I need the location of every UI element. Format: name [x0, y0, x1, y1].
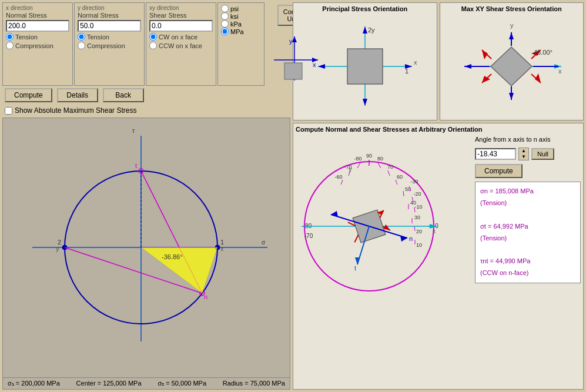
svg-text:30: 30 — [414, 215, 420, 220]
y-stress-label: Normal Stress — [78, 12, 141, 19]
svg-text:x: x — [414, 59, 417, 66]
xy-ccw-radio[interactable]: CCW on x face — [149, 42, 213, 49]
null-button[interactable]: Null — [531, 148, 554, 160]
right-panel: Principal Stress Orientation 2y 1 — [293, 2, 584, 390]
compute2-button[interactable]: Compute — [475, 164, 523, 178]
max-xy-svg: x — [447, 15, 576, 118]
mohrs-circle-area: τMaxXY = 75,000 MPa — [2, 118, 290, 390]
xy-radio-group: CW on x face CCW on x face — [149, 33, 213, 49]
svg-text:-20: -20 — [413, 191, 421, 197]
x-compression-radio[interactable]: Compression — [6, 42, 69, 49]
sigma-t-result: σt = 64,992 MPa — [480, 221, 575, 233]
ksi-radio[interactable]: ksi — [221, 12, 261, 20]
results-box: σn = 185,008 MPa (Tension) σt = 64,992 M… — [475, 182, 581, 283]
svg-text:10: 10 — [416, 242, 422, 248]
svg-text:n: n — [204, 293, 207, 300]
svg-text:70: 70 — [387, 164, 393, 170]
max-xy-box: Max XY Shear Stress Orientation x — [440, 2, 584, 120]
svg-text:80: 80 — [377, 156, 383, 162]
radius-display: Radius = 75,000 MPa — [223, 380, 285, 387]
svg-text:y: y — [510, 22, 514, 29]
y-direction-label: y direction — [78, 5, 141, 11]
x-direction-group: x direction Normal Stress Tension Compre… — [2, 2, 73, 86]
svg-rect-4 — [284, 63, 302, 79]
svg-text:60: 60 — [397, 174, 403, 180]
y-compression-radio[interactable]: Compression — [78, 42, 141, 49]
center-display: Center = 125,000 MPa — [76, 380, 142, 387]
protractor-diagram: 90 80 70 60 50 — [296, 135, 471, 384]
svg-text:-10: -10 — [414, 204, 422, 210]
svg-text:1: 1 — [405, 68, 408, 75]
svg-text:σ: σ — [262, 239, 266, 246]
y-stress-input[interactable] — [78, 20, 141, 32]
xy-stress-label: Shear Stress — [149, 12, 213, 19]
show-absolute-checkbox[interactable] — [5, 107, 12, 115]
arbitrary-title: Compute Normal and Shear Stresses at Arb… — [296, 126, 581, 133]
details-button[interactable]: Details — [57, 88, 98, 102]
x-direction-label: x direction — [6, 5, 69, 11]
show-absolute-label: Show Absolute Maximum Shear Stress — [15, 106, 136, 115]
x-tension-radio[interactable]: Tension — [6, 33, 69, 41]
sigma-n-type: (Tension) — [480, 197, 575, 209]
svg-text:45.00°: 45.00° — [534, 49, 552, 56]
angle-down-button[interactable]: ▼ — [519, 154, 528, 160]
top-diagrams: Principal Stress Orientation 2y 1 — [293, 2, 584, 120]
svg-rect-36 — [347, 49, 383, 84]
svg-text:20: 20 — [416, 229, 422, 234]
svg-rect-7 — [3, 118, 285, 341]
principal-stress-title: Principal Stress Orientation — [322, 5, 407, 12]
svg-text:x: x — [313, 61, 316, 68]
svg-text:-80: -80 — [354, 156, 361, 162]
svg-text:x: x — [433, 228, 436, 234]
angle-up-button[interactable]: ▲ — [519, 148, 528, 154]
svg-text:x: x — [558, 68, 562, 75]
units-group: psi ksi kPa MPa — [217, 2, 264, 86]
angle-spinner: ▲ ▼ — [518, 148, 529, 160]
svg-text:t: t — [135, 162, 137, 169]
svg-text:90: 90 — [366, 153, 372, 159]
mpa-radio[interactable]: MPa — [221, 28, 261, 35]
svg-text:-30: -30 — [410, 179, 418, 185]
svg-text:y: y — [56, 245, 59, 252]
svg-text:y: y — [349, 166, 352, 173]
tau-nt-result: τnt = 44,990 MPa — [480, 256, 575, 267]
svg-text:y: y — [289, 38, 293, 45]
protractor-svg: 90 80 70 60 50 — [296, 135, 443, 300]
y-direction-group: y direction Normal Stress Tension Compre… — [74, 2, 145, 86]
action-row: Compute Details Back — [2, 87, 290, 103]
compute-button[interactable]: Compute — [5, 88, 52, 102]
svg-text:-60: -60 — [334, 174, 342, 180]
svg-text:t: t — [354, 264, 356, 272]
svg-text:-36.86°: -36.86° — [162, 253, 183, 260]
y-tension-radio[interactable]: Tension — [78, 33, 141, 41]
element-diagram-small: y x — [268, 31, 321, 83]
angle-input-row: ▲ ▼ Null — [475, 148, 581, 160]
kpa-radio[interactable]: kPa — [221, 20, 261, 28]
max-xy-title: Max XY Shear Stress Orientation — [461, 5, 562, 12]
arbitrary-controls: Angle from x axis to n axis ▲ ▼ Null Com… — [475, 135, 581, 384]
x-radio-group: Tension Compression — [6, 33, 69, 49]
sigma-t-type: (Tension) — [480, 233, 575, 244]
xy-stress-input[interactable] — [149, 20, 213, 32]
sigma-n-result: σn = 185,008 MPa — [480, 186, 575, 197]
y-radio-group: Tension Compression — [78, 33, 141, 49]
back-button[interactable]: Back — [103, 88, 144, 102]
angle-from-x-label: Angle from x axis to n axis — [475, 135, 581, 144]
xy-cw-radio[interactable]: CW on x face — [149, 33, 213, 41]
element-svg-small: y x — [268, 31, 321, 83]
xy-direction-group: xy direction Shear Stress CW on x face C… — [146, 2, 216, 86]
angle-input[interactable] — [475, 148, 516, 160]
bottom-stats: σ₁ = 200,000 MPa Center = 125,000 MPa σ₂… — [3, 377, 290, 389]
svg-marker-2 — [292, 36, 297, 42]
x-stress-label: Normal Stress — [6, 12, 69, 19]
xy-direction-label: xy direction — [149, 5, 213, 11]
x-stress-input[interactable] — [6, 20, 69, 32]
sigma1-display: σ₁ = 200,000 MPa — [8, 380, 60, 387]
show-absolute-row: Show Absolute Maximum Shear Stress — [2, 105, 290, 116]
psi-radio[interactable]: psi — [221, 5, 261, 12]
svg-text:n: n — [409, 235, 413, 242]
svg-text:x: x — [220, 245, 224, 252]
mohrs-circle-svg: 1 x 2 y t n — [3, 118, 285, 341]
tau-nt-type: (CCW on n-face) — [480, 267, 575, 279]
svg-text:τ: τ — [132, 128, 135, 134]
